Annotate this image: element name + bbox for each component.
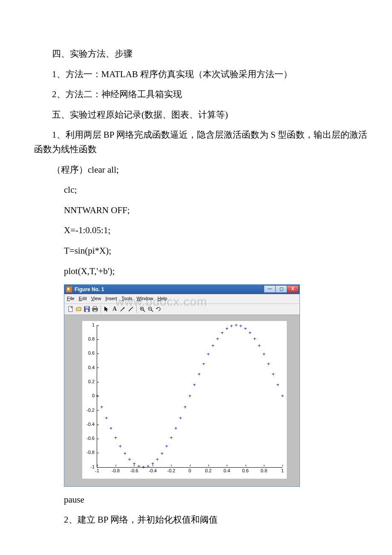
y-tick-label: 0.2 xyxy=(88,378,97,386)
svg-line-8 xyxy=(129,307,133,311)
method-2: 2、方法二：神经网络工具箱实现 xyxy=(34,87,375,102)
data-marker: + xyxy=(239,324,242,329)
rotate-icon[interactable] xyxy=(155,305,162,313)
data-marker: + xyxy=(119,444,122,449)
data-marker: + xyxy=(248,330,251,335)
menu-insert[interactable]: Insert xyxy=(105,295,117,303)
zoom-out-icon[interactable] xyxy=(147,305,154,313)
menu-tools[interactable]: Tools xyxy=(121,295,133,303)
x-tick-label: 1 xyxy=(281,467,284,475)
line-icon[interactable] xyxy=(127,305,135,313)
title-bar[interactable]: Figure No. 1 — ▢ X xyxy=(64,285,300,294)
svg-rect-3 xyxy=(86,309,88,312)
svg-rect-2 xyxy=(85,306,89,309)
data-marker: + xyxy=(179,416,182,421)
data-marker: + xyxy=(216,336,219,341)
data-marker: + xyxy=(258,343,261,348)
svg-rect-6 xyxy=(93,310,97,312)
toolbar: A xyxy=(64,304,300,315)
x-tick-label: -1 xyxy=(95,467,99,475)
toolbar-separator xyxy=(136,305,137,313)
x-tick-label: 0.4 xyxy=(224,467,230,475)
y-tick-label: 0.4 xyxy=(88,364,97,372)
data-marker: + xyxy=(184,405,187,410)
data-marker: + xyxy=(174,426,177,431)
data-marker: + xyxy=(147,464,150,469)
data-marker: + xyxy=(235,323,238,328)
data-marker: + xyxy=(207,352,210,357)
data-marker: + xyxy=(165,444,168,449)
data-marker: + xyxy=(225,326,228,331)
heading-5: 五、实验过程原始记录(数据、图表、计算等) xyxy=(34,108,375,122)
menu-file[interactable]: File xyxy=(67,295,75,303)
data-marker: + xyxy=(142,465,145,470)
svg-line-14 xyxy=(151,310,153,312)
y-tick-label: 1 xyxy=(92,321,97,329)
data-marker: + xyxy=(137,464,140,469)
data-marker: + xyxy=(151,461,154,466)
x-tick-label: -0.8 xyxy=(112,467,120,475)
code-x: X=-1:0.05:1; xyxy=(34,223,375,238)
data-marker: + xyxy=(114,435,117,440)
data-marker: + xyxy=(105,416,108,421)
save-icon[interactable] xyxy=(83,305,91,313)
menu-view[interactable]: View xyxy=(91,295,101,303)
data-marker: + xyxy=(211,343,214,348)
data-marker: + xyxy=(100,405,103,410)
x-tick-label: 0.6 xyxy=(242,467,248,475)
x-tick-label: -0.4 xyxy=(149,467,157,475)
data-marker: + xyxy=(267,361,270,367)
x-tick-label: 0.2 xyxy=(205,467,211,475)
pointer-icon[interactable] xyxy=(103,305,110,313)
code-pause: pause xyxy=(34,493,375,507)
data-marker: + xyxy=(110,426,112,431)
menu-window[interactable]: Window xyxy=(137,295,153,303)
text-a-icon[interactable]: A xyxy=(111,305,118,313)
data-marker: + xyxy=(253,336,256,341)
menu-help[interactable]: Help xyxy=(158,295,167,303)
data-marker: + xyxy=(221,330,224,335)
open-icon[interactable] xyxy=(75,305,83,313)
y-tick-label: -0.6 xyxy=(86,435,97,442)
print-icon[interactable] xyxy=(91,305,99,313)
data-marker: + xyxy=(277,382,280,387)
code-clearall: （程序）clear all; xyxy=(34,163,375,177)
y-tick-label: -0.2 xyxy=(86,407,97,414)
data-marker: + xyxy=(198,372,201,377)
zoom-in-icon[interactable] xyxy=(138,305,146,313)
toolbar-separator xyxy=(101,305,101,313)
x-tick-label: -0.2 xyxy=(167,467,176,475)
code-t: T=sin(pi*X); xyxy=(34,244,375,258)
step-2: 2、建立 BP 网络，并初始化权值和阈值 xyxy=(34,513,375,527)
data-marker: + xyxy=(202,361,205,367)
x-tick-label: 0 xyxy=(188,467,191,475)
menu-bar: File Edit View Insert Tools Window Help xyxy=(64,294,300,304)
x-tick-label: 0.8 xyxy=(261,467,267,475)
menu-edit[interactable]: Edit xyxy=(79,295,87,303)
data-marker: + xyxy=(95,393,98,399)
axes[interactable]: -1-0.8-0.6-0.4-0.200.20.40.60.81-1-0.8-0… xyxy=(82,321,287,479)
y-tick-label: -0.4 xyxy=(86,421,97,428)
step-1: 1、利用两层 BP 网络完成函数逼近，隐含层激活函数为 S 型函数，输出层的激活… xyxy=(34,128,375,156)
data-marker: + xyxy=(161,451,164,456)
data-marker: + xyxy=(156,457,159,462)
data-marker: + xyxy=(188,393,191,399)
data-marker: + xyxy=(281,393,284,399)
code-nntwarn: NNTWARN OFF; xyxy=(34,203,375,218)
data-marker: + xyxy=(124,451,127,456)
new-file-icon[interactable] xyxy=(67,305,75,313)
method-1: 1、方法一：MATLAB 程序仿真实现（本次试验采用方法一） xyxy=(34,67,375,82)
close-button[interactable]: X xyxy=(287,285,299,293)
app-icon xyxy=(66,286,72,292)
data-marker: + xyxy=(244,326,247,331)
minimize-button[interactable]: — xyxy=(264,285,276,293)
data-marker: + xyxy=(133,461,135,466)
arrow-icon[interactable] xyxy=(119,305,127,313)
data-marker: + xyxy=(193,382,196,387)
figure-window: www.bdocx.com Figure No. 1 — ▢ X File Ed… xyxy=(64,284,300,487)
data-marker: + xyxy=(128,457,131,462)
maximize-button[interactable]: ▢ xyxy=(275,285,287,293)
svg-line-10 xyxy=(143,310,145,312)
y-tick-label: -0.8 xyxy=(86,449,97,457)
heading-4: 四、实验方法、步骤 xyxy=(34,47,375,61)
